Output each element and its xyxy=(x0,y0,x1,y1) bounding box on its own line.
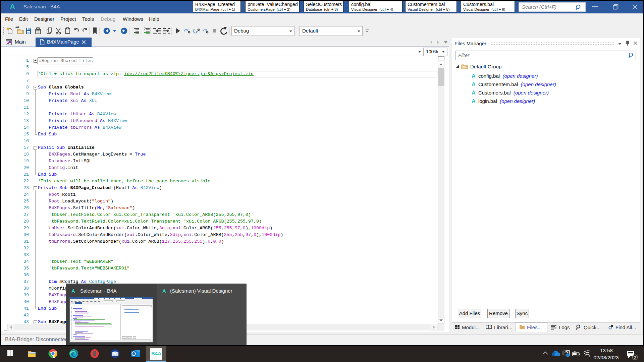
svg-text:2: 2 xyxy=(634,355,636,360)
svg-text:2: 2 xyxy=(144,27,146,31)
